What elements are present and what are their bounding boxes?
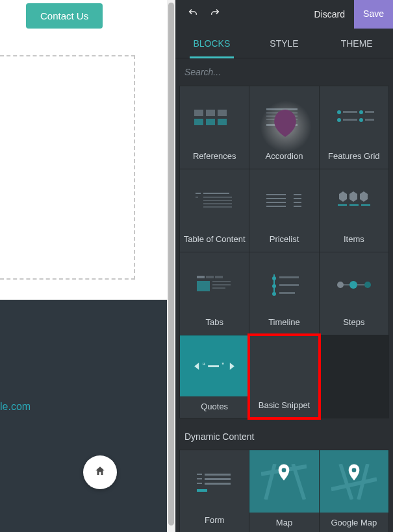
contact-us-button[interactable]: Contact Us [26, 3, 103, 29]
block-accordion[interactable]: Accordion [249, 86, 318, 169]
svg-rect-21 [196, 197, 198, 198]
svg-rect-43 [212, 287, 225, 289]
svg-rect-57 [208, 365, 219, 367]
block-map[interactable]: Map [249, 450, 318, 532]
svg-rect-14 [365, 111, 374, 113]
drop-indicator-icon [274, 110, 296, 137]
svg-rect-36 [361, 204, 370, 206]
block-label: Quotes [201, 396, 228, 418]
block-label: References [193, 151, 236, 162]
svg-rect-19 [196, 193, 201, 194]
block-preview [249, 252, 318, 317]
svg-rect-2 [218, 110, 227, 116]
svg-rect-4 [206, 119, 215, 125]
block-label: Accordion [266, 151, 303, 162]
tab-style[interactable]: STYLE [248, 29, 321, 58]
svg-rect-22 [203, 197, 232, 198]
svg-rect-49 [279, 284, 299, 286]
blocks-grid: References Accordion Features Grid [179, 86, 389, 418]
footer-link-fragment[interactable]: le.com [0, 401, 31, 413]
svg-rect-37 [197, 276, 205, 278]
svg-rect-12 [343, 111, 357, 113]
save-button[interactable]: Save [354, 0, 393, 29]
pin-icon [277, 464, 290, 481]
block-label: Pricelist [270, 234, 299, 245]
svg-rect-64 [197, 483, 202, 484]
svg-rect-61 [205, 474, 231, 476]
svg-rect-62 [197, 478, 202, 479]
svg-rect-5 [218, 119, 227, 125]
svg-point-71 [282, 468, 286, 472]
svg-rect-23 [203, 200, 232, 201]
svg-rect-28 [266, 198, 286, 199]
block-preview [249, 169, 318, 234]
svg-rect-42 [212, 284, 231, 285]
pin-icon [348, 464, 361, 481]
block-label: Features Grid [328, 151, 379, 162]
block-preview [180, 169, 249, 234]
svg-point-47 [272, 292, 276, 296]
block-preview [180, 450, 249, 515]
svg-rect-24 [203, 203, 232, 204]
block-timeline[interactable]: Timeline [249, 252, 318, 335]
search-input[interactable] [184, 67, 384, 77]
website-preview: Contact Us le.com [0, 0, 167, 532]
undo-button[interactable] [182, 3, 204, 25]
svg-point-52 [337, 282, 344, 288]
svg-rect-35 [349, 204, 359, 206]
block-empty [320, 335, 388, 418]
svg-point-15 [337, 118, 341, 122]
svg-rect-1 [206, 110, 215, 116]
redo-button[interactable] [204, 3, 226, 25]
svg-point-45 [272, 276, 276, 280]
svg-rect-32 [266, 206, 286, 207]
block-preview [320, 86, 388, 151]
discard-button[interactable]: Discard [305, 9, 354, 19]
svg-rect-20 [203, 193, 229, 194]
svg-rect-48 [279, 276, 299, 278]
svg-point-46 [272, 284, 276, 288]
svg-rect-66 [197, 489, 207, 492]
svg-rect-60 [197, 474, 202, 475]
svg-rect-39 [215, 276, 223, 278]
svg-rect-3 [194, 119, 203, 125]
block-basic-snippet[interactable]: Basic Snippet [249, 335, 318, 418]
dropzone-outline[interactable] [0, 55, 135, 280]
block-google-map[interactable]: Google Map [320, 450, 388, 532]
svg-point-11 [337, 110, 341, 114]
svg-rect-16 [343, 119, 357, 121]
svg-rect-34 [338, 204, 347, 206]
block-preview [180, 252, 249, 317]
block-preview [249, 335, 318, 400]
svg-marker-55 [194, 362, 199, 369]
block-label: Steps [343, 317, 364, 328]
svg-point-53 [349, 281, 357, 289]
block-tabs[interactable]: Tabs [180, 252, 249, 335]
tab-blocks[interactable]: BLOCKS [175, 29, 248, 58]
svg-marker-59 [230, 362, 235, 369]
svg-rect-38 [206, 276, 214, 278]
svg-rect-0 [194, 110, 203, 116]
block-form[interactable]: Form [180, 450, 249, 532]
tab-theme[interactable]: THEME [320, 29, 393, 58]
block-features-grid[interactable]: Features Grid [320, 86, 388, 169]
home-fab-button[interactable] [83, 455, 117, 489]
blocks-grid-dynamic: Form Map Google Map [179, 450, 389, 532]
block-table-of-content[interactable]: Table of Content [180, 169, 249, 252]
svg-rect-26 [266, 194, 286, 195]
svg-rect-41 [212, 281, 231, 282]
svg-point-76 [351, 468, 356, 472]
block-steps[interactable]: Steps [320, 252, 388, 335]
svg-text:“: “ [203, 361, 205, 370]
block-items[interactable]: Items [320, 169, 388, 252]
block-references[interactable]: References [180, 86, 249, 169]
block-label: Map [276, 518, 292, 527]
editor-panel: Discard Save BLOCKS STYLE THEME Referenc… [175, 0, 393, 532]
block-pricelist[interactable]: Pricelist [249, 169, 318, 252]
block-quotes[interactable]: “” Quotes [180, 335, 249, 418]
block-label: Google Map [331, 518, 377, 527]
scrollbar-thumb[interactable] [168, 3, 174, 526]
block-preview [320, 252, 388, 317]
editor-toolbar: Discard Save [175, 0, 393, 29]
block-preview [249, 450, 318, 513]
